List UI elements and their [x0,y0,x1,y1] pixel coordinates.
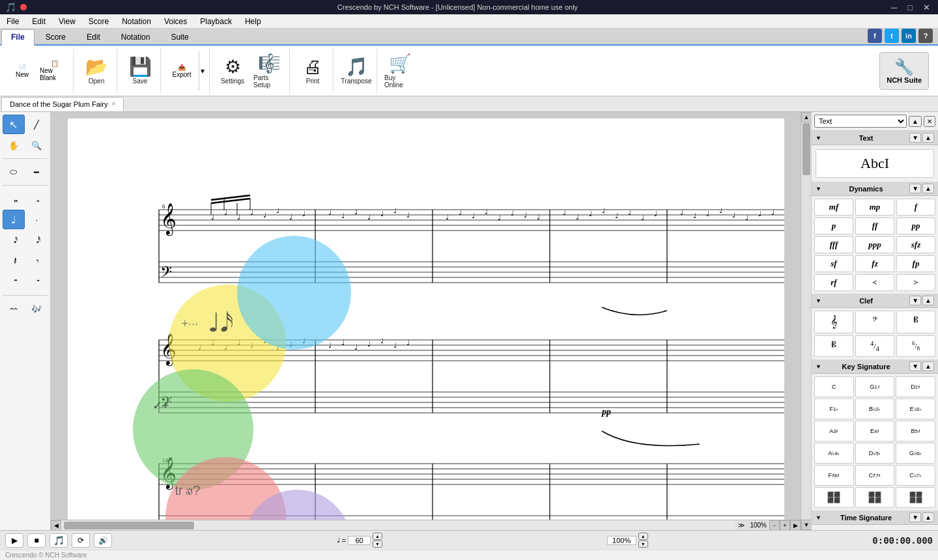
dynamic-p[interactable]: p [814,217,853,234]
keysig-down-btn[interactable]: ▼ [909,361,921,371]
zoom-input[interactable] [607,536,636,545]
twitter-icon[interactable]: t [885,29,899,43]
keysig-c[interactable]: C [814,376,854,397]
dynamic-fff[interactable]: fff [814,236,853,253]
transpose-button[interactable]: 🎵 Transpose [339,51,374,91]
zoom-up-button[interactable]: ▲ [638,533,648,540]
select-tool[interactable]: ↖ [3,115,25,134]
loop-button[interactable]: ⟳ [72,533,90,548]
keysig-up-btn[interactable]: ▲ [922,361,934,371]
dynamic-rf[interactable]: rf [814,274,853,291]
print-button[interactable]: 🖨 Print [295,51,330,91]
zoom-down-button[interactable]: ▼ [638,540,648,548]
save-button[interactable]: 💾 Save [122,51,158,91]
menu-score[interactable]: Score [82,16,115,27]
dynamics-down-btn[interactable]: ▼ [909,184,921,193]
keysig-gb[interactable]: G♭6♭ [896,443,935,464]
zoom-tool[interactable]: 🔍 [26,135,48,155]
vscroll-thumb[interactable] [803,123,810,175]
dynamic-decrescendo[interactable]: > [896,274,935,291]
keysig-eb[interactable]: E♭3♭ [896,399,935,419]
metronome-button[interactable]: 🎵 [50,533,68,548]
dynamics-up-btn[interactable]: ▲ [922,184,934,193]
doc-tab-sugar-plum[interactable]: Dance of the Sugar Plum Fairy × [1,97,124,111]
eighth-rest-tool[interactable]: 𝄾 [26,251,48,271]
clef-section-header[interactable]: ▼ Clef ▼ ▲ [812,294,938,308]
clef-up-btn[interactable]: ▲ [922,296,934,305]
facebook-icon[interactable]: f [868,29,882,43]
export-arrow[interactable]: ▾ [199,51,206,91]
scroll-right-button[interactable]: ▶ [790,520,801,531]
window-controls[interactable]: ─ □ ✕ [888,3,933,12]
quarter-rest-tool[interactable]: 𝄽 [3,251,25,271]
open-button[interactable]: 📂 Open [79,51,114,91]
keysig-f-sharp[interactable]: F♯6♯ [814,465,854,486]
keysig-g[interactable]: G1♯ [855,376,895,397]
keysig-other2[interactable]: ⬛⬛⬛⬛ [855,487,895,508]
dynamic-ff[interactable]: ff [855,217,894,234]
text-up-btn[interactable]: ▲ [922,133,934,143]
tab-score[interactable]: Score [36,29,76,44]
menu-view[interactable]: View [52,16,82,27]
time-signature-section-header[interactable]: ▼ Time Signature ▼ ▲ [812,511,938,525]
keysig-other1[interactable]: ⬛⬛⬛⬛ [814,487,854,508]
line-tool[interactable]: ━ [26,162,48,182]
tempo-up-button[interactable]: ▲ [373,533,382,540]
vscroll-track[interactable] [801,122,811,520]
text-down-btn[interactable]: ▼ [909,133,921,143]
dynamic-crescendo[interactable]: < [855,274,894,291]
menu-file[interactable]: File [0,16,25,27]
half-rest-tool[interactable]: 𝄼 [3,272,25,292]
clef-4-4[interactable]: 4/4 [855,335,894,357]
buy-online-button[interactable]: 🛒 Buy Online [382,51,418,91]
close-button[interactable]: ✕ [920,3,933,12]
vertical-scrollbar[interactable]: ▲ ▼ [801,112,811,530]
tab-edit[interactable]: Edit [77,29,110,44]
timesig-up-btn[interactable]: ▲ [922,512,934,522]
half-note-tool[interactable]: 𝅗 [26,189,48,208]
whole-rest-tool[interactable]: 𝄻 [26,272,48,292]
new-button[interactable]: 📄 New [7,51,38,91]
key-signature-section-header[interactable]: ▼ Key Signature ▼ ▲ [812,359,938,374]
clef-treble[interactable]: 𝄞 [814,311,853,333]
dynamics-section-header[interactable]: ▼ Dynamics ▼ ▲ [812,182,938,196]
keysig-bb[interactable]: B♭2♭ [855,399,895,419]
help-icon[interactable]: ? [918,29,933,43]
keysig-db[interactable]: D♭5♭ [855,443,895,464]
stop-button[interactable]: ■ [27,533,46,548]
score-area[interactable]: 𝄞 𝄢 𝄞 𝄢 𝄞 𝄢 6 14 ♩ ♩ [51,112,801,530]
keysig-c-sharp[interactable]: C♯7♯ [855,465,895,486]
dotted-tool[interactable]: · [26,210,48,229]
parts-setup-button[interactable]: 🎼 Parts Setup [251,51,287,91]
play-button[interactable]: ▶ [5,533,23,548]
dynamic-pp[interactable]: pp [896,217,935,234]
dynamic-f[interactable]: f [896,199,935,216]
clef-tenor[interactable]: 𝄡 [814,335,853,357]
panel-collapse-all[interactable]: ▲ [909,116,922,127]
sound-button[interactable]: 🔊 [94,533,112,548]
dynamic-mp[interactable]: mp [855,199,894,216]
tab-file[interactable]: File [1,29,35,46]
dynamic-mf[interactable]: mf [814,199,853,216]
menu-voices[interactable]: Voices [158,16,193,27]
keysig-cb[interactable]: C♭7♭ [896,465,935,486]
tab-notation[interactable]: Notation [111,29,160,44]
horizontal-scrollbar[interactable]: ◀ ≫ 100% - + ▶ [51,520,801,530]
clef-alto[interactable]: 𝄡 [896,311,935,333]
dynamic-fp[interactable]: fp [896,255,935,272]
menu-edit[interactable]: Edit [25,16,52,27]
scroll-thumb[interactable] [64,522,194,529]
dynamic-sf[interactable]: sf [814,255,853,272]
minimize-button[interactable]: ─ [888,3,900,12]
dynamic-sfz[interactable]: sfz [896,236,935,253]
keysig-b-sharp[interactable]: B5♯ [896,421,935,441]
clef-bass-alt[interactable]: 𝄢 [855,311,894,333]
draw-tool[interactable]: ╱ [26,115,48,134]
multi-measure-tool[interactable]: 𝄐𝄐 [3,299,25,318]
keysig-f[interactable]: F1♭ [814,399,854,419]
ellipse-tool[interactable]: ⬭ [3,162,25,182]
clef-down-btn[interactable]: ▼ [909,296,921,305]
text-section-header[interactable]: ▼ Text ▼ ▲ [812,131,938,145]
linkedin-icon[interactable]: in [902,29,916,43]
text-preview[interactable]: AbcI [816,149,934,178]
